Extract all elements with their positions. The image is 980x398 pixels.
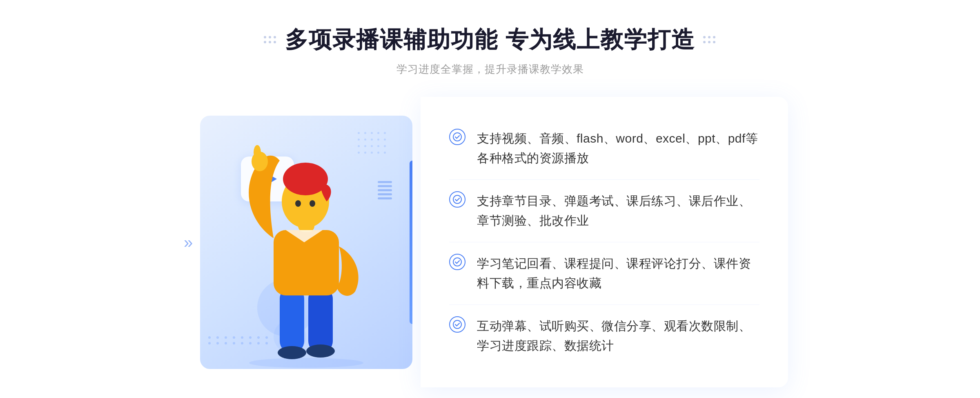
page-container: 多项录播课辅助功能 专为线上教学打造 学习进度全掌握，提升录播课教学效果 » [0,0,980,398]
feature-text-1: 支持视频、音频、flash、word、excel、ppt、pdf等各种格式的资源… [477,129,760,168]
title-dots-left [264,36,277,44]
feature-text-4: 互动弹幕、试听购买、微信分享、观看次数限制、学习进度跟踪、数据统计 [477,316,760,356]
accent-bar [410,161,412,324]
dot [264,36,266,38]
feature-item-2: 支持章节目录、弹题考试、课后练习、课后作业、章节测验、批改作业 [449,180,760,242]
person-illustration [216,140,404,369]
dot [708,36,710,38]
svg-rect-1 [280,287,304,353]
check-icon-2 [449,191,466,208]
dot [713,36,715,38]
svg-point-12 [310,200,315,207]
check-icon-3 [449,254,466,270]
title-dots-right [703,36,716,44]
content-area: » [163,97,817,387]
illustration-wrapper [188,103,425,381]
feature-item-3: 学习笔记回看、课程提问、课程评论打分、课件资料下载，重点内容收藏 [449,242,760,305]
page-title: 多项录播课辅助功能 专为线上教学打造 [285,25,695,56]
svg-point-14 [453,195,461,203]
pattern-dot [208,336,211,339]
illus-dot [384,132,386,134]
svg-point-11 [295,200,301,207]
header-section: 多项录播课辅助功能 专为线上教学打造 学习进度全掌握，提升录播课教学效果 [264,25,716,76]
svg-point-3 [278,346,306,359]
dot [269,41,271,43]
dot [713,41,715,43]
feature-text-3: 学习笔记回看、课程提问、课程评论打分、课件资料下载，重点内容收藏 [477,254,760,293]
dot [264,41,266,43]
pattern-dot [208,342,211,344]
feature-item-4: 互动弹幕、试听购买、微信分享、观看次数限制、学习进度跟踪、数据统计 [449,305,760,367]
dot [274,36,276,38]
svg-point-4 [306,344,335,358]
check-icon-4 [449,316,466,333]
svg-point-0 [249,358,363,368]
illus-dot [371,132,373,134]
svg-point-7 [254,145,261,160]
dot [703,41,706,43]
dot [269,36,271,38]
svg-point-15 [453,258,461,266]
illustration-background [200,116,412,369]
check-icon-1 [449,129,466,145]
illus-dot [358,132,360,134]
page-subtitle: 学习进度全掌握，提升录播课教学效果 [264,62,716,76]
feature-text-2: 支持章节目录、弹题考试、课后练习、课后作业、章节测验、批改作业 [477,191,760,230]
illus-dot [377,132,379,134]
svg-rect-2 [308,287,333,353]
dot [274,41,276,43]
feature-item-1: 支持视频、音频、flash、word、excel、ppt、pdf等各种格式的资源… [449,117,760,180]
svg-point-16 [453,320,461,329]
svg-point-10 [283,163,328,195]
illus-dot [364,132,366,134]
dot [703,36,706,38]
title-row: 多项录播课辅助功能 专为线上教学打造 [264,25,716,56]
dot [708,41,710,43]
svg-point-13 [453,133,461,141]
features-panel: 支持视频、音频、flash、word、excel、ppt、pdf等各种格式的资源… [421,97,788,387]
